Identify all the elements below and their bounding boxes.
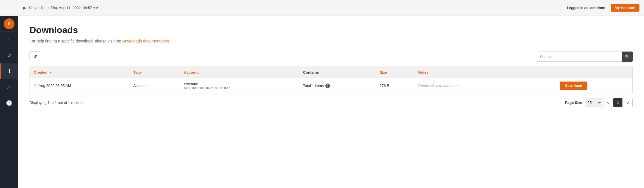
- nav-arrow-icon: ▶: [23, 5, 26, 10]
- refresh-icon: ↺: [33, 54, 37, 59]
- cell-contains: Total 1 items ?: [299, 78, 376, 93]
- account-name: estefane: [184, 82, 295, 86]
- home-icon: ⌂: [8, 37, 11, 43]
- cell-download: Download: [556, 78, 632, 93]
- refresh-icon: ↺: [7, 52, 11, 59]
- my-account-button[interactable]: My Account: [611, 4, 639, 12]
- table-header-row: Created ▼ Type Account Contains Size Not…: [30, 67, 633, 78]
- sidebar-item-refresh[interactable]: ↺: [0, 48, 18, 63]
- prev-page-button[interactable]: <: [603, 98, 612, 107]
- sidebar-item-history[interactable]: 🕐: [0, 95, 18, 111]
- contains-text: Total 1 items: [303, 84, 324, 88]
- records-text: Displaying 1 to 1 out of 1 records: [30, 101, 83, 105]
- toolbar-row: ↺ 🔍: [30, 51, 633, 62]
- downloads-table: Created ▼ Type Account Contains Size Not…: [30, 67, 633, 93]
- top-bar-right: Logged in as: estefane | My Account: [567, 4, 639, 12]
- cell-size: 276 B: [376, 78, 414, 93]
- cell-account: estefane ID: 62ded24882d6d81cd1554683: [180, 78, 299, 93]
- help-icon[interactable]: ?: [325, 84, 330, 88]
- subtitle-text: For help finding a specific download, pl…: [30, 39, 122, 43]
- pagination-controls: Page Size 10 25 50 100 < 1 >: [565, 98, 633, 107]
- col-size: Size: [376, 67, 414, 78]
- sidebar-item-home[interactable]: ⌂: [0, 32, 18, 48]
- username: estefane: [590, 6, 605, 10]
- logged-in-label: Logged in as: estefane: [567, 6, 605, 10]
- page-title: Downloads: [30, 25, 633, 35]
- col-account: Account: [180, 67, 299, 78]
- next-page-button[interactable]: >: [624, 98, 633, 107]
- col-contains: Contains: [299, 67, 376, 78]
- col-type: Type: [129, 67, 180, 78]
- server-date: Server Date: Thu, Aug 11, 2022, 08:57 AM: [29, 6, 98, 10]
- col-created-label: Created: [34, 70, 47, 74]
- logo-letter: e: [8, 21, 10, 27]
- top-bar-left: ▶ Server Date: Thu, Aug 11, 2022, 08:57 …: [23, 5, 98, 10]
- current-page-button[interactable]: 1: [613, 98, 622, 107]
- page-subtitle: For help finding a specific download, pl…: [30, 39, 633, 43]
- search-container: 🔍: [537, 52, 633, 62]
- sort-arrow-icon: ▼: [49, 71, 52, 74]
- col-notes: Notes: [414, 67, 556, 78]
- cell-notes[interactable]: Double click to add notes...: [414, 78, 556, 93]
- alert-icon: ⚠: [7, 84, 11, 90]
- col-action: [556, 67, 632, 78]
- main-layout: e ⌂ ↺ ⬇ ⚠ 🕐 Downloads For help finding a…: [0, 16, 644, 188]
- refresh-button[interactable]: ↺: [30, 51, 40, 62]
- page-size-select[interactable]: 10 25 50 100: [585, 98, 602, 107]
- top-bar: ▶ Server Date: Thu, Aug 11, 2022, 08:57 …: [0, 0, 644, 16]
- col-created[interactable]: Created ▼: [30, 67, 129, 78]
- sidebar-logo: e: [0, 16, 18, 32]
- history-icon: 🕐: [6, 100, 12, 106]
- sidebar: e ⌂ ↺ ⬇ ⚠ 🕐: [0, 16, 18, 188]
- page-size-label: Page Size: [565, 101, 582, 105]
- cell-type: Accounts: [129, 78, 180, 93]
- divider: |: [607, 6, 609, 10]
- table-row: 11 Aug 2022 08:55 AM Accounts estefane I…: [30, 78, 633, 93]
- download-button[interactable]: Download: [560, 82, 587, 90]
- cell-created: 11 Aug 2022 08:55 AM: [30, 78, 129, 93]
- content-area: Downloads For help finding a specific do…: [18, 16, 644, 188]
- search-input[interactable]: [537, 52, 622, 62]
- logo-icon: e: [4, 18, 14, 29]
- pagination-row: Displaying 1 to 1 out of 1 records Page …: [30, 98, 633, 107]
- sidebar-item-downloads[interactable]: ⬇: [0, 63, 18, 79]
- search-icon: 🔍: [625, 54, 630, 59]
- search-button[interactable]: 🔍: [622, 52, 633, 62]
- docs-link[interactable]: Downloads documentation.: [122, 39, 170, 43]
- notes-placeholder[interactable]: Double click to add notes...: [418, 84, 475, 88]
- contains-cell: Total 1 items ?: [303, 84, 372, 88]
- sidebar-item-alerts[interactable]: ⚠: [0, 79, 18, 95]
- download-icon: ⬇: [7, 68, 12, 74]
- account-id: ID: 62ded24882d6d81cd1554683: [184, 86, 295, 89]
